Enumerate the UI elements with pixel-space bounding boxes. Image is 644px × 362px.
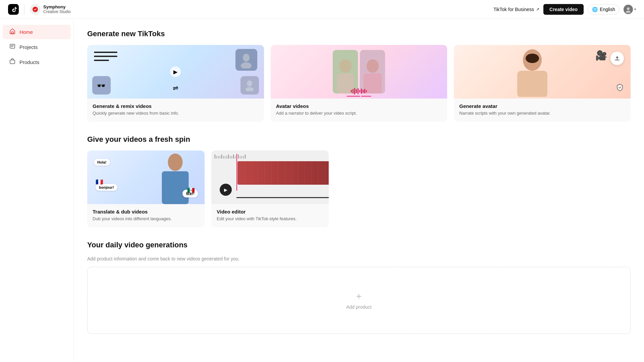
svg-point-20 [168,154,183,171]
editor-video-strip [237,161,329,185]
remix-photo1 [235,49,257,71]
fresh-spin-card-grid: Hola! bonjour! 你好! 🇫🇷 🇲🇽 Translate & dub… [87,150,335,227]
mexico-flag-icon: 🇲🇽 [187,187,195,194]
svg-point-19 [526,54,539,63]
editor-playhead [236,154,237,191]
card-avatar-image [271,45,447,99]
card-remix-image: 🕶️ ⇌ ▶ [87,45,264,99]
gen-avatar-upload-icon [610,52,624,65]
language-label: English [600,7,615,12]
editor-timeline-ticks [215,155,325,159]
header-right: TikTok for Business ↗ Create video 🌐 Eng… [493,4,636,15]
avatar-person2 [360,50,385,94]
svg-rect-18 [517,71,547,97]
header-left: Symphony Creative Studio [8,4,71,15]
brand-icon [30,4,41,15]
card-remix-title: Generate & remix videos [93,103,259,109]
globe-icon: 🌐 [592,7,598,12]
brand-sub-text: Creative Studio [43,9,71,14]
brand-divider [24,4,24,14]
brand-main-text: Symphony [43,4,71,9]
editor-play-button: ▶ [220,184,232,196]
remix-photo3 [240,76,259,95]
sidebar: Home Projects Products [0,19,74,362]
add-product-label: Add product [346,304,372,310]
card-gen-avatar-desc: Narrate scripts with your own generated … [459,110,625,116]
svg-point-7 [243,54,250,62]
card-editor[interactable]: ▶ Video editor Edit your video with TikT… [211,150,329,227]
fresh-spin-section-title: Give your videos a fresh spin [87,135,631,144]
generate-section-title: Generate new TikToks [87,29,631,38]
card-editor-title: Video editor [217,209,323,215]
card-avatar-video[interactable]: Avatar videos Add a narrator to deliver … [271,45,447,122]
sidebar-item-products[interactable]: Products [3,55,71,69]
header: Symphony Creative Studio TikTok for Busi… [0,0,644,19]
card-remix[interactable]: 🕶️ ⇌ ▶ Generate & remix videos Quickly g… [87,45,264,122]
sidebar-products-label: Products [19,59,39,65]
waveform [351,88,367,95]
create-video-button[interactable]: Create video [543,4,584,15]
sidebar-item-home[interactable]: Home [3,25,71,39]
user-avatar-wrapper[interactable]: ▾ [624,5,636,14]
products-icon [9,58,15,66]
language-button[interactable]: 🌐 English [588,4,620,14]
card-avatar-title: Avatar videos [276,103,442,109]
card-remix-body: Generate & remix videos Quickly generate… [87,99,264,122]
translate-bubble-hola: Hola! [94,159,110,166]
svg-point-3 [626,11,631,13]
card-translate[interactable]: Hola! bonjour! 你好! 🇫🇷 🇲🇽 Translate & dub… [87,150,205,227]
projects-icon [9,43,15,51]
remix-photo2: 🕶️ [92,76,111,95]
gen-avatar-shield-icon [616,83,624,94]
card-remix-desc: Quickly generate new videos from basic i… [93,110,259,116]
home-icon [9,28,15,36]
card-translate-body: Translate & dub videos Dub your videos i… [87,204,205,227]
external-link-icon: ↗ [536,7,539,12]
card-translate-desc: Dub your videos into different languages… [93,216,199,222]
svg-point-2 [627,7,630,10]
french-flag-icon: 🇫🇷 [96,178,103,186]
card-editor-image: ▶ [211,150,329,204]
brand-text: Symphony Creative Studio [43,4,71,14]
svg-point-8 [241,62,252,68]
svg-rect-5 [10,44,15,48]
card-avatar-body: Avatar videos Add a narrator to deliver … [271,99,447,122]
add-product-box[interactable]: + Add product [87,267,631,334]
svg-rect-4 [11,32,13,34]
card-gen-avatar-title: Generate avatar [459,103,625,109]
avatar-person1 [333,50,358,94]
remix-play-icon: ▶ [170,66,181,77]
plus-icon: + [356,291,362,302]
tiktok-business-link[interactable]: TikTok for Business ↗ [493,7,539,12]
card-editor-body: Video editor Edit your video with TikTok… [211,204,329,227]
gen-avatar-person [454,45,610,99]
card-gen-avatar-body: Generate avatar Narrate scripts with you… [454,99,631,122]
remix-lines [94,52,117,61]
svg-point-13 [339,59,352,73]
layout: Home Projects Products Generate new [0,19,644,362]
card-editor-desc: Edit your video with TikTok-style featur… [217,216,323,222]
brand-name: Symphony Creative Studio [30,4,71,15]
card-gen-avatar[interactable]: 🎥 Generate avatar Narrate scripts with y… [454,45,631,122]
gen-avatar-camera-icon: 🎥 [595,50,607,61]
daily-section-subtitle: Add product information and come back to… [87,256,631,261]
svg-point-15 [367,59,379,73]
sidebar-item-projects[interactable]: Projects [3,40,71,54]
svg-rect-21 [162,171,189,204]
svg-text:🕶️: 🕶️ [97,81,106,90]
card-translate-image: Hola! bonjour! 你好! 🇫🇷 🇲🇽 [87,150,205,204]
main-content: Generate new TikToks 🕶️ [74,19,644,362]
avatar [624,5,633,14]
editor-bottom-bar [236,197,329,198]
daily-section: Your daily video generations Add product… [87,241,631,334]
generate-card-grid: 🕶️ ⇌ ▶ Generate & remix videos Quickly g… [87,45,631,122]
avatar-chevron-icon: ▾ [634,7,636,11]
sidebar-projects-label: Projects [19,44,38,50]
card-avatar-desc: Add a narrator to deliver your video scr… [276,110,442,116]
card-gen-avatar-image: 🎥 [454,45,631,99]
svg-point-11 [247,80,252,86]
sidebar-home-label: Home [19,29,33,35]
svg-rect-6 [10,60,15,64]
remix-shuffle-icon: ⇌ [173,84,178,92]
card-translate-title: Translate & dub videos [93,209,199,215]
